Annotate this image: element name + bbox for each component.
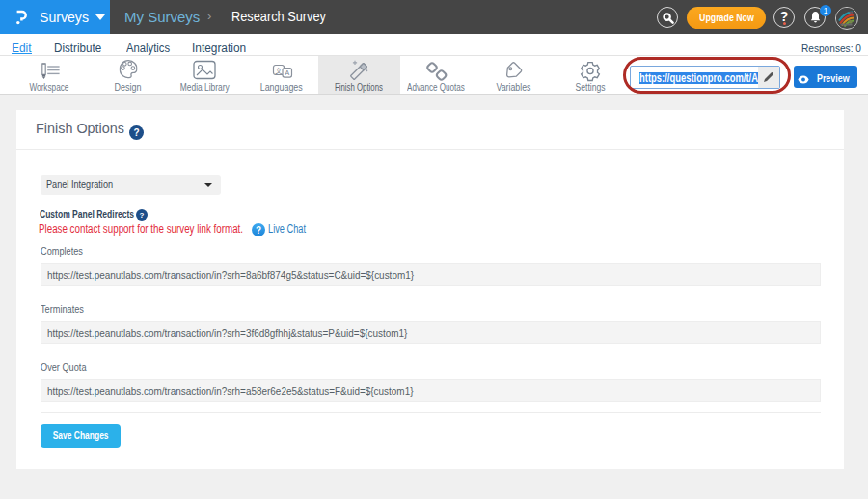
svg-text:A: A <box>285 69 289 76</box>
svg-text:?: ? <box>256 225 261 236</box>
svg-text:文: 文 <box>275 67 283 75</box>
svg-text:?: ? <box>140 211 145 220</box>
svg-text:?: ? <box>133 127 139 138</box>
